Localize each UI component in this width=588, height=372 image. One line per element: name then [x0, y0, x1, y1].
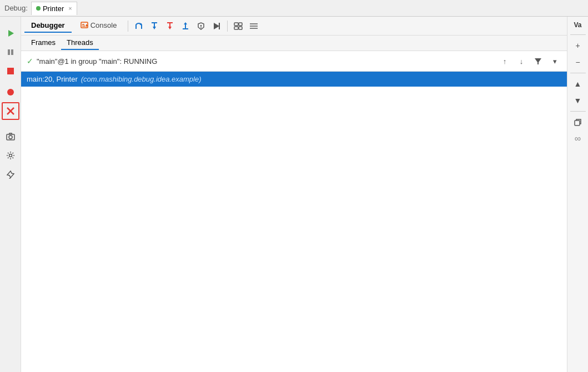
- status-text: "main"@1 in group "main": RUNNING: [37, 57, 157, 66]
- breakpoint-icon[interactable]: [2, 83, 19, 101]
- resume-icon[interactable]: [2, 24, 19, 42]
- right-panel-header: Va: [572, 19, 582, 31]
- camera-icon[interactable]: [2, 128, 19, 145]
- svg-rect-32: [239, 23, 242, 26]
- run-to-cursor-btn[interactable]: [209, 19, 224, 33]
- svg-rect-31: [234, 23, 238, 26]
- step-out-btn[interactable]: [178, 19, 193, 33]
- console-icon: [81, 22, 88, 29]
- svg-line-10: [9, 178, 11, 179]
- remove-variable-btn[interactable]: −: [570, 55, 586, 69]
- right-panel-separator-3: [570, 111, 586, 112]
- frames-threads-bar: Frames Threads: [21, 36, 567, 51]
- thread-down-btn[interactable]: ↓: [515, 54, 528, 68]
- selected-frame-row[interactable]: main:20, Printer (com.mashibing.debug.id…: [21, 72, 567, 87]
- copy-variable-btn[interactable]: [570, 115, 586, 129]
- toolbar-separator-2: [227, 21, 228, 32]
- toolbar: Debugger Console: [21, 17, 567, 36]
- svg-rect-33: [234, 27, 238, 29]
- content-area: Debugger Console: [21, 17, 567, 372]
- debug-tab-label: Printer: [43, 4, 64, 13]
- tab-frames[interactable]: Frames: [26, 36, 61, 50]
- frame-main-text: main:20, Printer: [27, 75, 78, 83]
- svg-point-4: [7, 89, 14, 95]
- drop-frame-btn[interactable]: [194, 19, 208, 33]
- tab-debugger[interactable]: Debugger: [24, 19, 72, 33]
- pin-icon[interactable]: [2, 165, 19, 183]
- variable-down-btn[interactable]: ▼: [570, 93, 586, 108]
- left-sidebar: Structure: [0, 17, 21, 372]
- force-step-into-btn[interactable]: [163, 19, 177, 33]
- svg-marker-19: [153, 27, 156, 29]
- right-panel: Va + − ▲ ▼ ∞: [567, 17, 588, 372]
- svg-rect-3: [7, 68, 14, 74]
- pause-icon[interactable]: [2, 43, 19, 61]
- console-tab-label: Console: [91, 21, 117, 29]
- close-tab-button[interactable]: ×: [68, 5, 72, 12]
- mute-breakpoints-icon[interactable]: [2, 102, 19, 120]
- restore-layout-btn[interactable]: [247, 19, 261, 33]
- right-panel-separator-2: [570, 73, 586, 73]
- thread-up-btn[interactable]: ↑: [498, 54, 511, 68]
- svg-rect-39: [575, 120, 580, 125]
- settings-icon[interactable]: [2, 147, 19, 164]
- tab-threads[interactable]: Threads: [61, 36, 99, 50]
- svg-marker-22: [168, 27, 172, 29]
- tab-console[interactable]: Console: [74, 19, 124, 33]
- frame-italic-text: (com.mashibing.debug.idea.example): [81, 75, 202, 83]
- thread-expand-btn[interactable]: ▾: [548, 54, 561, 68]
- stop-icon[interactable]: [2, 62, 19, 80]
- variable-up-btn[interactable]: ▲: [570, 77, 586, 91]
- add-variable-btn[interactable]: +: [570, 38, 586, 53]
- svg-point-28: [200, 27, 202, 28]
- svg-marker-25: [184, 22, 187, 24]
- infinity-btn[interactable]: ∞: [570, 132, 586, 146]
- main-container: Structure: [0, 17, 588, 372]
- thread-filter-btn[interactable]: [531, 54, 545, 68]
- debug-tab-printer[interactable]: Printer ×: [31, 2, 77, 15]
- svg-point-8: [9, 135, 12, 139]
- svg-rect-34: [239, 27, 242, 29]
- svg-point-9: [9, 154, 12, 157]
- frames-content: [21, 87, 567, 372]
- svg-rect-1: [8, 49, 10, 55]
- debug-label: Debug:: [4, 4, 28, 12]
- svg-marker-0: [8, 30, 14, 37]
- green-dot: [36, 6, 41, 11]
- debug-bar: Debug: Printer ×: [0, 0, 588, 17]
- status-row: ✓ "main"@1 in group "main": RUNNING ↑ ↓ …: [21, 51, 567, 72]
- variables-layout-btn[interactable]: [231, 19, 245, 33]
- status-right: ↑ ↓ ▾: [498, 54, 561, 68]
- checkmark-icon: ✓: [27, 57, 33, 66]
- step-into-btn[interactable]: [147, 19, 162, 33]
- svg-marker-38: [535, 58, 541, 64]
- svg-marker-29: [214, 23, 219, 29]
- toolbar-separator-1: [128, 21, 128, 32]
- status-left: ✓ "main"@1 in group "main": RUNNING: [27, 57, 157, 66]
- step-over-btn[interactable]: [132, 19, 146, 33]
- svg-rect-2: [11, 49, 13, 55]
- right-panel-separator: [570, 34, 586, 35]
